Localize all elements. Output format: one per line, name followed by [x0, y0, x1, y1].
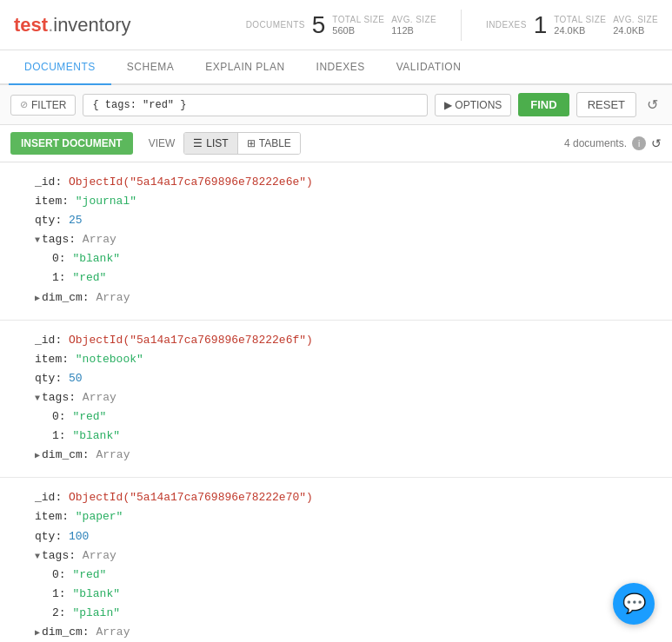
tab-schema[interactable]: SCHEMA — [111, 50, 190, 85]
find-button[interactable]: FIND — [518, 93, 569, 116]
filter-icon: ⊘ — [20, 99, 28, 110]
chat-bubble[interactable]: 💬 — [613, 583, 655, 625]
table-view-button[interactable]: ⊞ TABLE — [238, 133, 300, 154]
field-tags-0-1: 0: "blank" — [17, 249, 655, 268]
tab-indexes[interactable]: INDEXES — [301, 50, 381, 85]
filter-bar: ⊘ FILTER ▶ OPTIONS FIND RESET ↺ — [0, 85, 672, 125]
field-dimcm-3[interactable]: ▶dim_cm: Array — [17, 623, 655, 642]
indexes-sizes: TOTAL SIZE 24.0KB — [554, 15, 606, 36]
list-label: LIST — [206, 137, 228, 149]
indexes-avg-size-label: AVG. SIZE — [613, 15, 658, 24]
tabs: DOCUMENTS SCHEMA EXPLAIN PLAN INDEXES VA… — [0, 50, 672, 85]
indexes-avg-size: 24.0KB — [613, 25, 658, 36]
documents-avg: AVG. SIZE 112B — [391, 15, 436, 36]
field-qty-3: qty: 100 — [17, 527, 655, 546]
field-tags-2-3: 2: "plain" — [17, 604, 655, 623]
field-dimcm-1[interactable]: ▶dim_cm: Array — [17, 288, 655, 308]
indexes-total-size: 24.0KB — [554, 25, 606, 36]
refresh-icon[interactable]: ↺ — [651, 136, 662, 150]
table-row: _id: ObjectId("5a14a17ca769896e78222e6e"… — [0, 162, 672, 321]
field-qty-2: qty: 50 — [17, 369, 655, 388]
field-tags-1-1: 1: "red" — [17, 268, 655, 288]
field-item-1: item: "journal" — [17, 192, 655, 211]
field-id-1: _id: ObjectId("5a14a17ca769896e78222e6e"… — [17, 173, 655, 192]
documents-count: 5 — [312, 11, 326, 39]
documents-sizes: TOTAL SIZE 560B — [332, 15, 384, 36]
field-dimcm-2[interactable]: ▶dim_cm: Array — [17, 446, 655, 465]
table-row: _id: ObjectId("5a14a17ca769896e78222e6f"… — [0, 321, 672, 479]
indexes-avg: AVG. SIZE 24.0KB — [613, 15, 658, 36]
documents-label: DOCUMENTS — [246, 20, 305, 30]
tab-explain-plan[interactable]: EXPLAIN PLAN — [190, 50, 300, 85]
documents-stat: DOCUMENTS 5 TOTAL SIZE 560B AVG. SIZE 11… — [246, 11, 436, 39]
field-item-2: item: "notebook" — [17, 350, 655, 369]
list-icon: ☰ — [193, 137, 203, 149]
reset-button[interactable]: RESET — [576, 92, 636, 117]
field-tags-toggle-2[interactable]: ▼tags: Array — [17, 388, 655, 407]
documents-avg-size: 112B — [391, 25, 436, 36]
logo-test: test — [14, 14, 48, 36]
header-divider — [461, 10, 462, 41]
toolbar: INSERT DOCUMENT VIEW ☰ LIST ⊞ TABLE 4 do… — [0, 125, 672, 162]
table-row: _id: ObjectId("5a14a17ca769896e78222e70"… — [0, 478, 672, 642]
history-button[interactable]: ↺ — [643, 93, 662, 116]
field-id-3: _id: ObjectId("5a14a17ca769896e78222e70"… — [17, 488, 655, 507]
view-label: VIEW — [149, 137, 176, 149]
options-label: ▶ OPTIONS — [444, 99, 502, 111]
chat-icon: 💬 — [622, 592, 646, 615]
info-icon[interactable]: i — [632, 136, 646, 150]
doc-count-text: 4 documents. — [564, 137, 627, 149]
table-label: TABLE — [259, 137, 291, 149]
logo-inventory: inventory — [53, 14, 130, 36]
indexes-label: INDEXES — [486, 20, 527, 30]
field-tags-0-2: 0: "red" — [17, 407, 655, 427]
filter-button[interactable]: ⊘ FILTER — [10, 95, 76, 116]
table-icon: ⊞ — [247, 137, 256, 149]
filter-label: FILTER — [31, 99, 66, 111]
field-tags-1-2: 1: "blank" — [17, 427, 655, 446]
logo: test.inventory — [14, 14, 131, 36]
filter-input[interactable] — [83, 94, 428, 116]
indexes-stat: INDEXES 1 TOTAL SIZE 24.0KB AVG. SIZE 24… — [486, 11, 658, 39]
tab-documents[interactable]: DOCUMENTS — [9, 50, 111, 85]
list-view-button[interactable]: ☰ LIST — [184, 133, 237, 154]
options-button[interactable]: ▶ OPTIONS — [435, 94, 511, 116]
field-id-2: _id: ObjectId("5a14a17ca769896e78222e6f"… — [17, 331, 655, 350]
total-size-label: TOTAL SIZE — [332, 15, 384, 24]
indexes-count: 1 — [534, 11, 548, 39]
field-qty-1: qty: 25 — [17, 211, 655, 230]
avg-size-label: AVG. SIZE — [391, 15, 436, 24]
field-tags-0-3: 0: "red" — [17, 566, 655, 585]
documents-total-size: 560B — [332, 25, 384, 36]
documents-area: _id: ObjectId("5a14a17ca769896e78222e6e"… — [0, 162, 672, 642]
indexes-total-size-label: TOTAL SIZE — [554, 15, 606, 24]
field-item-3: item: "paper" — [17, 507, 655, 526]
header: test.inventory DOCUMENTS 5 TOTAL SIZE 56… — [0, 0, 672, 50]
tab-validation[interactable]: VALIDATION — [381, 50, 477, 85]
document-count: 4 documents. i ↺ — [564, 136, 662, 150]
field-tags-toggle-3[interactable]: ▼tags: Array — [17, 546, 655, 566]
insert-document-button[interactable]: INSERT DOCUMENT — [10, 132, 133, 155]
header-stats: DOCUMENTS 5 TOTAL SIZE 560B AVG. SIZE 11… — [246, 10, 658, 41]
field-tags-toggle-1[interactable]: ▼tags: Array — [17, 230, 655, 249]
field-tags-1-3: 1: "blank" — [17, 585, 655, 604]
view-toggle: ☰ LIST ⊞ TABLE — [183, 132, 300, 155]
